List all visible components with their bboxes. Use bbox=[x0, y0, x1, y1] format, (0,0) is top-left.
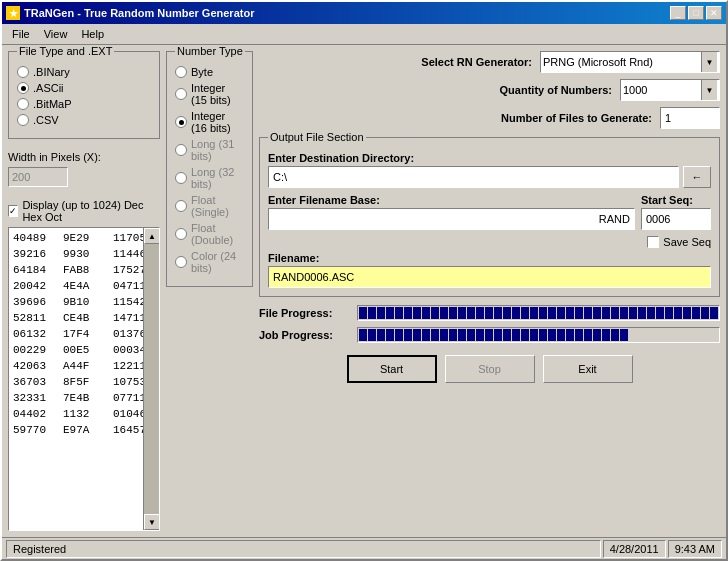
menu-help[interactable]: Help bbox=[75, 26, 110, 42]
progress-block bbox=[611, 307, 619, 319]
col-dec: 06132 bbox=[13, 326, 55, 342]
file-progress-label: File Progress: bbox=[259, 307, 349, 319]
rng-label: Select RN Generator: bbox=[421, 56, 532, 68]
radio-binary-label: .BINary bbox=[33, 66, 70, 78]
progress-block bbox=[476, 307, 484, 319]
progress-block bbox=[440, 307, 448, 319]
width-label: Width in Pixels (X): bbox=[8, 151, 160, 163]
radio-float-single-circle bbox=[175, 200, 187, 212]
scroll-up-button[interactable]: ▲ bbox=[144, 228, 160, 244]
status-date: 4/28/2011 bbox=[603, 540, 666, 558]
radio-csv[interactable]: .CSV bbox=[17, 114, 151, 126]
progress-block bbox=[530, 329, 538, 341]
progress-block bbox=[593, 307, 601, 319]
dest-dir-input[interactable] bbox=[268, 166, 679, 188]
table-row: 044021132010462 bbox=[11, 406, 157, 422]
progress-block bbox=[530, 307, 538, 319]
center-panel: Number Type Byte Integer (15 bits) Integ… bbox=[166, 51, 253, 531]
progress-block bbox=[701, 307, 709, 319]
progress-block bbox=[674, 307, 682, 319]
radio-binary[interactable]: .BINary bbox=[17, 66, 151, 78]
col-hex: 7E4B bbox=[63, 390, 105, 406]
radio-ascii[interactable]: .ASCii bbox=[17, 82, 151, 94]
display-checkbox[interactable]: ✓ bbox=[8, 205, 18, 217]
table-row: 396969B10115420 bbox=[11, 294, 157, 310]
filename-display: RAND0006.ASC bbox=[268, 266, 711, 288]
radio-int15-circle bbox=[175, 88, 187, 100]
table-row: 323317E4B077113 bbox=[11, 390, 157, 406]
radio-long31: Long (31 bits) bbox=[175, 138, 244, 162]
menu-view[interactable]: View bbox=[38, 26, 74, 42]
status-main: Registered bbox=[6, 540, 601, 558]
radio-byte-label: Byte bbox=[191, 66, 213, 78]
filename-base-row: Enter Filename Base: RAND Start Seq: bbox=[268, 194, 711, 230]
scroll-down-button[interactable]: ▼ bbox=[144, 514, 160, 530]
progress-block bbox=[368, 329, 376, 341]
progress-block bbox=[422, 307, 430, 319]
top-controls-grid: Select RN Generator: PRNG (Microsoft Rnd… bbox=[259, 51, 720, 129]
scroll-track[interactable] bbox=[144, 244, 159, 514]
close-button[interactable]: ✕ bbox=[706, 6, 722, 20]
job-progress-bar bbox=[357, 327, 720, 343]
width-section: Width in Pixels (X): bbox=[8, 145, 160, 193]
quantity-dropdown-arrow: ▼ bbox=[701, 80, 717, 100]
progress-block bbox=[692, 307, 700, 319]
title-bar-left: ★ TRaNGen - True Random Number Generator bbox=[6, 6, 254, 20]
progress-block bbox=[485, 329, 493, 341]
col-dec: 36703 bbox=[13, 374, 55, 390]
table-row: 392169930114460 bbox=[11, 246, 157, 262]
start-seq-group: Start Seq: bbox=[641, 194, 711, 230]
radio-ascii-circle bbox=[17, 82, 29, 94]
progress-block bbox=[404, 329, 412, 341]
progress-block bbox=[467, 307, 475, 319]
progress-block bbox=[539, 329, 547, 341]
progress-block bbox=[593, 329, 601, 341]
progress-block bbox=[602, 307, 610, 319]
col-hex: CE4B bbox=[63, 310, 105, 326]
radio-color24: Color (24 bits) bbox=[175, 250, 244, 274]
minimize-button[interactable]: _ bbox=[670, 6, 686, 20]
title-buttons: _ □ ✕ bbox=[670, 6, 722, 20]
file-progress-row: File Progress: bbox=[259, 305, 720, 321]
progress-block bbox=[584, 307, 592, 319]
stop-button[interactable]: Stop bbox=[445, 355, 535, 383]
start-seq-input[interactable] bbox=[641, 208, 711, 230]
progress-block bbox=[422, 329, 430, 341]
main-content: File Type and .EXT .BINary .ASCii .BitMa… bbox=[2, 45, 726, 537]
menu-file[interactable]: File bbox=[6, 26, 36, 42]
maximize-button[interactable]: □ bbox=[688, 6, 704, 20]
radio-byte[interactable]: Byte bbox=[175, 66, 244, 78]
progress-block bbox=[620, 329, 628, 341]
data-grid-inner: 404899E2911705139216993011446064184FAB81… bbox=[9, 228, 159, 530]
file-type-label: File Type and .EXT bbox=[17, 45, 114, 57]
radio-bitmap[interactable]: .BitMaP bbox=[17, 98, 151, 110]
title-bar: ★ TRaNGen - True Random Number Generator… bbox=[2, 2, 726, 24]
left-panel: File Type and .EXT .BINary .ASCii .BitMa… bbox=[8, 51, 160, 531]
quantity-dropdown[interactable]: 1000 ▼ bbox=[620, 79, 720, 101]
progress-block bbox=[413, 307, 421, 319]
progress-block bbox=[503, 307, 511, 319]
back-button[interactable]: ← bbox=[683, 166, 711, 188]
width-input[interactable] bbox=[8, 167, 68, 187]
data-rows-container: 404899E2911705139216993011446064184FAB81… bbox=[11, 230, 157, 438]
start-button[interactable]: Start bbox=[347, 355, 437, 383]
rng-dropdown[interactable]: PRNG (Microsoft Rnd) ▼ bbox=[540, 51, 720, 73]
progress-block bbox=[359, 329, 367, 341]
col-hex: FAB8 bbox=[63, 262, 105, 278]
radio-int15[interactable]: Integer (15 bits) bbox=[175, 82, 244, 106]
progress-block bbox=[413, 329, 421, 341]
progress-block bbox=[431, 307, 439, 319]
radio-csv-circle bbox=[17, 114, 29, 126]
window-title: TRaNGen - True Random Number Generator bbox=[24, 7, 254, 19]
progress-block bbox=[710, 307, 718, 319]
radio-long32-circle bbox=[175, 172, 187, 184]
app-icon: ★ bbox=[6, 6, 20, 20]
radio-int16[interactable]: Integer (16 bits) bbox=[175, 110, 244, 134]
progress-block bbox=[557, 307, 565, 319]
progress-block bbox=[602, 329, 610, 341]
exit-button[interactable]: Exit bbox=[543, 355, 633, 383]
filename-base-value: RAND bbox=[599, 213, 630, 225]
save-seq-checkbox[interactable] bbox=[647, 236, 659, 248]
col-dec: 40489 bbox=[13, 230, 55, 246]
num-files-input[interactable] bbox=[660, 107, 720, 129]
